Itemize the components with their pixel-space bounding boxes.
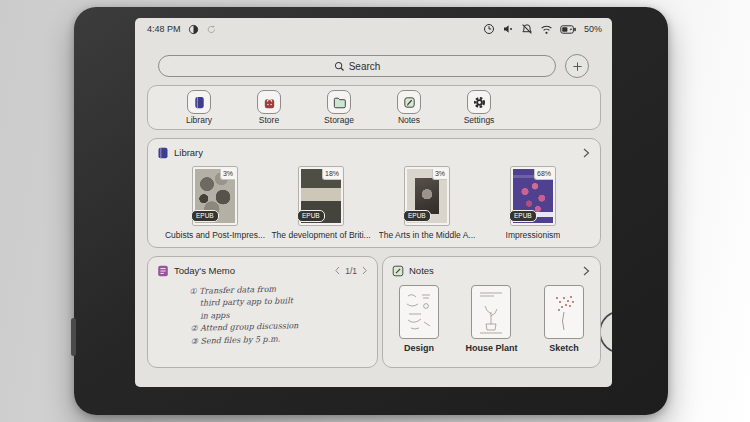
refresh-icon bbox=[206, 24, 217, 35]
memo-title: Today's Memo bbox=[174, 265, 235, 276]
format-badge: EPUB bbox=[191, 210, 219, 223]
chevron-left-icon[interactable] bbox=[334, 266, 341, 275]
search-row: Search bbox=[135, 54, 612, 78]
app-notes[interactable]: Notes bbox=[384, 90, 434, 125]
books-row: 3% EPUB Cubists and Post-Impres... 18% E… bbox=[148, 161, 600, 240]
progress-badge: 18% bbox=[322, 169, 341, 180]
wifi-icon bbox=[540, 24, 553, 35]
store-app-icon bbox=[257, 90, 281, 114]
note-item[interactable]: Design bbox=[399, 285, 439, 353]
chevron-right-icon[interactable] bbox=[581, 265, 591, 277]
memo-pagination: 1/1 bbox=[334, 266, 368, 276]
status-time: 4:48 PM bbox=[147, 24, 181, 34]
chevron-right-icon[interactable] bbox=[361, 266, 368, 275]
book-title: The Arts in the Middle A... bbox=[379, 230, 476, 240]
note-item[interactable]: Sketch bbox=[544, 285, 584, 353]
format-badge: EPUB bbox=[509, 210, 537, 223]
book-title: Impressionism bbox=[506, 230, 561, 240]
format-badge: EPUB bbox=[403, 210, 431, 223]
app-label: Storage bbox=[324, 115, 354, 125]
app-store[interactable]: Store bbox=[244, 90, 294, 125]
note-item[interactable]: House Plant bbox=[465, 285, 517, 353]
library-section: Library 3% EPUB Cubists and Post-Impres.… bbox=[147, 138, 601, 248]
note-label: House Plant bbox=[465, 343, 517, 353]
progress-badge: 3% bbox=[432, 169, 447, 180]
note-label: Design bbox=[404, 343, 434, 353]
notes-section-icon bbox=[392, 265, 404, 277]
battery-icon bbox=[560, 24, 577, 35]
app-dock: Library Store Storage Notes bbox=[147, 85, 601, 130]
status-bar: 4:48 PM 50% bbox=[147, 21, 602, 37]
search-icon bbox=[334, 61, 345, 72]
library-title: Library bbox=[174, 147, 203, 158]
battery-percent: 50% bbox=[584, 24, 602, 34]
note-thumbnail bbox=[471, 285, 511, 339]
contrast-icon bbox=[188, 24, 199, 35]
library-header: Library bbox=[148, 139, 600, 161]
book-cover: 18% EPUB bbox=[299, 167, 343, 225]
note-thumbnail bbox=[399, 285, 439, 339]
memo-section-icon bbox=[157, 265, 169, 277]
book-item[interactable]: 18% EPUB The development of Briti... bbox=[268, 167, 374, 240]
memo-page: 1/1 bbox=[345, 266, 357, 276]
home-screen: 4:48 PM 50% bbox=[135, 18, 612, 387]
memo-section: Today's Memo 1/1 ① Transfer data from th… bbox=[147, 256, 378, 368]
book-cover: 3% EPUB bbox=[193, 167, 237, 225]
progress-badge: 68% bbox=[534, 169, 553, 180]
app-settings[interactable]: Settings bbox=[454, 90, 504, 125]
notes-section: Notes Design House Plant bbox=[382, 256, 601, 368]
notes-header: Notes bbox=[383, 257, 600, 279]
app-storage[interactable]: Storage bbox=[314, 90, 364, 125]
storage-app-icon bbox=[327, 90, 351, 114]
app-label: Library bbox=[186, 115, 212, 125]
book-item[interactable]: 68% EPUB Impressionism bbox=[480, 167, 586, 240]
note-thumbnail bbox=[544, 285, 584, 339]
app-label: Settings bbox=[464, 115, 495, 125]
notes-row: Design House Plant Sketch bbox=[383, 279, 600, 353]
book-cover: 68% EPUB bbox=[511, 167, 555, 225]
alarm-off-icon bbox=[521, 23, 533, 35]
memo-header: Today's Memo 1/1 bbox=[148, 257, 377, 279]
format-badge: EPUB bbox=[297, 210, 325, 223]
book-item[interactable]: 3% EPUB The Arts in the Middle A... bbox=[374, 167, 480, 240]
search-input[interactable]: Search bbox=[158, 55, 556, 77]
library-section-icon bbox=[157, 147, 169, 159]
app-library[interactable]: Library bbox=[174, 90, 224, 125]
book-title: The development of Briti... bbox=[271, 230, 370, 240]
library-app-icon bbox=[187, 90, 211, 114]
notes-app-icon bbox=[397, 90, 421, 114]
clock-icon bbox=[483, 23, 495, 35]
add-button[interactable] bbox=[565, 54, 589, 78]
settings-app-icon bbox=[467, 90, 491, 114]
memo-content[interactable]: ① Transfer data from third party app to … bbox=[147, 276, 378, 349]
volume-muted-icon bbox=[502, 23, 514, 35]
note-label: Sketch bbox=[549, 343, 579, 353]
progress-badge: 3% bbox=[220, 169, 235, 180]
app-label: Store bbox=[259, 115, 279, 125]
power-button bbox=[71, 318, 76, 356]
book-item[interactable]: 3% EPUB Cubists and Post-Impres... bbox=[162, 167, 268, 240]
chevron-right-icon[interactable] bbox=[581, 147, 591, 159]
notes-title: Notes bbox=[409, 265, 434, 276]
book-cover: 3% EPUB bbox=[405, 167, 449, 225]
app-label: Notes bbox=[398, 115, 420, 125]
tablet-device: 4:48 PM 50% bbox=[74, 7, 668, 415]
search-placeholder: Search bbox=[349, 61, 381, 72]
edge-swipe-handle[interactable] bbox=[601, 310, 612, 358]
book-title: Cubists and Post-Impres... bbox=[165, 230, 265, 240]
